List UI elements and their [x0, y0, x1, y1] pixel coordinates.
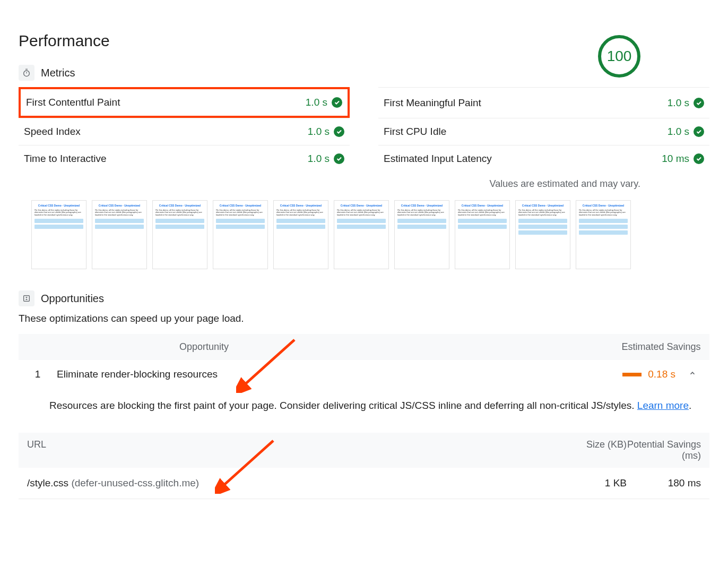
filmstrip-thumbnail[interactable]: Critical CSS Demo - Unoptimized On this … [394, 200, 449, 269]
opportunity-row[interactable]: 1 Eliminate render-blocking resources 0.… [19, 360, 709, 383]
opportunity-number: 1 [25, 368, 50, 380]
metrics-note: Values are estimated and may vary. [19, 178, 640, 190]
col-size: Size (KB) [558, 439, 627, 461]
metric-label: First Meaningful Paint [384, 97, 481, 109]
stopwatch-icon [19, 65, 34, 81]
filmstrip-thumbnail[interactable]: Critical CSS Demo - Unoptimized On this … [273, 200, 328, 269]
metric-row[interactable]: First CPU Idle 1.0 s [378, 118, 709, 145]
filmstrip-thumbnail[interactable]: Critical CSS Demo - Unoptimized On this … [334, 200, 389, 269]
metric-row[interactable]: Time to Interactive 1.0 s [19, 145, 350, 172]
opportunities-subtext: These optimizations can speed up your pa… [19, 313, 709, 324]
sparkle-icon [19, 290, 34, 306]
metric-value: 1.0 s [668, 126, 689, 138]
metric-label: First CPU Idle [384, 126, 446, 138]
metric-label: Speed Index [24, 126, 81, 138]
metric-label: First Contentful Paint [26, 97, 120, 108]
metrics-heading: Metrics [19, 65, 110, 81]
metric-row[interactable]: First Meaningful Paint 1.0 s [378, 87, 709, 118]
col-savings: Estimated Savings [621, 341, 701, 353]
metric-value: 1.0 s [668, 97, 689, 109]
opportunities-label: Opportunities [41, 293, 104, 305]
opportunity-savings: 0.18 s [648, 368, 675, 380]
url-savings: 180 ms [627, 477, 701, 489]
check-icon [694, 126, 704, 137]
metric-row[interactable]: First Contentful Paint 1.0 s [19, 87, 350, 118]
col-url: URL [27, 439, 558, 461]
url-row[interactable]: /style.css (defer-unused-css.glitch.me) … [19, 468, 709, 499]
url-path: /style.css [27, 477, 68, 488]
filmstrip-thumbnail[interactable]: Critical CSS Demo - Unoptimized On this … [213, 200, 268, 269]
metrics-label: Metrics [41, 67, 75, 79]
learn-more-link[interactable]: Learn more [637, 400, 689, 411]
page-title: Performance [19, 32, 110, 50]
filmstrip-thumbnail[interactable]: Critical CSS Demo - Unoptimized On this … [92, 200, 147, 269]
metric-value: 1.0 s [308, 126, 330, 138]
savings-bar [622, 373, 642, 376]
filmstrip-thumbnail[interactable]: Critical CSS Demo - Unoptimized On this … [576, 200, 631, 269]
metric-row[interactable]: Estimated Input Latency 10 ms [378, 145, 709, 172]
metric-row[interactable]: Speed Index 1.0 s [19, 118, 350, 145]
check-icon [694, 153, 704, 164]
filmstrip-thumbnail[interactable]: Critical CSS Demo - Unoptimized On this … [152, 200, 207, 269]
metric-value: 1.0 s [308, 153, 330, 165]
metric-value: 10 ms [662, 153, 689, 165]
url-table-header: URL Size (KB) Potential Savings (ms) [19, 433, 709, 468]
filmstrip-thumbnail[interactable]: Critical CSS Demo - Unoptimized On this … [31, 200, 86, 269]
col-potential-savings: Potential Savings (ms) [627, 439, 701, 461]
metric-label: Time to Interactive [24, 153, 107, 165]
chevron-up-icon[interactable] [682, 370, 703, 379]
check-icon [332, 97, 342, 108]
opportunity-description: Resources are blocking the first paint o… [19, 383, 709, 424]
check-icon [334, 153, 344, 164]
svg-rect-1 [24, 296, 30, 302]
check-icon [334, 126, 344, 137]
filmstrip-thumbnail[interactable]: Critical CSS Demo - Unoptimized On this … [455, 200, 510, 269]
opportunity-name: Eliminate render-blocking resources [57, 368, 616, 380]
opportunity-table-header: Opportunity Estimated Savings [19, 334, 709, 360]
col-opportunity: Opportunity [27, 341, 229, 353]
performance-score: 100 [598, 35, 640, 78]
metric-value: 1.0 s [306, 97, 327, 108]
filmstrip-thumbnail[interactable]: Critical CSS Demo - Unoptimized On this … [515, 200, 570, 269]
filmstrip: Critical CSS Demo - Unoptimized On this … [31, 200, 709, 269]
metric-label: Estimated Input Latency [384, 153, 492, 165]
url-host: (defer-unused-css.glitch.me) [71, 477, 199, 488]
opportunities-heading: Opportunities [19, 290, 709, 306]
url-size: 1 KB [558, 477, 627, 489]
check-icon [694, 98, 704, 108]
svg-point-0 [24, 71, 30, 76]
